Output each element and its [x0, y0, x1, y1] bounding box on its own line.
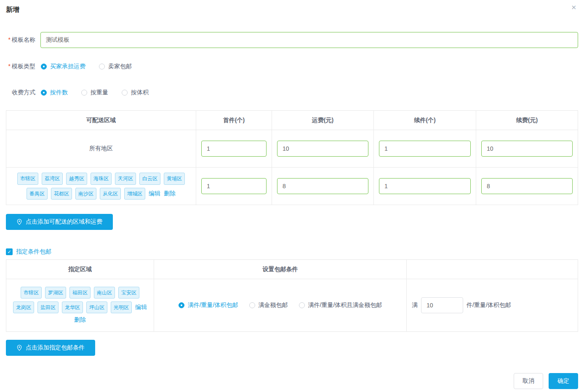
radio-buyer-pays-shipping[interactable]: 买家承担运费	[41, 63, 85, 70]
region-tag[interactable]: 龙华区	[62, 301, 83, 313]
free-shipping-condition-table: 指定区域 设置包邮条件 市辖区罗湖区福田区南山区宝安区龙岗区盐田区龙华区坪山区光…	[6, 259, 578, 332]
charge-method-row: 收费方式 按件数 按重量 按体积	[6, 89, 578, 96]
shipping-fee-input[interactable]	[277, 178, 368, 194]
additional-fee-input[interactable]	[481, 178, 573, 194]
add-template-dialog: 新增 ✕ *模板名称 *模板类型 买家承担运费 卖家包邮 收费方式 按件数	[0, 0, 584, 392]
add-free-shipping-condition-button[interactable]: 点击添加指定包邮条件	[6, 340, 95, 356]
radio-icon	[99, 64, 105, 69]
radio-amount-free[interactable]: 满金额包邮	[249, 301, 288, 309]
table-row: 所有地区	[6, 130, 578, 167]
location-pin-icon	[16, 219, 22, 225]
edit-link[interactable]: 编辑	[135, 304, 147, 311]
region-tag[interactable]: 黄埔区	[164, 173, 185, 184]
radio-icon	[179, 302, 184, 308]
radio-icon	[249, 302, 255, 308]
threshold-cell: 满 件/重量/体积包邮	[407, 279, 578, 331]
shipping-fee-input[interactable]	[277, 141, 368, 157]
region-tag[interactable]: 越秀区	[66, 173, 87, 184]
region-tag[interactable]: 增城区	[124, 188, 145, 200]
additional-qty-input[interactable]	[379, 141, 471, 157]
radio-seller-free-shipping[interactable]: 卖家包邮	[99, 63, 132, 70]
radio-by-weight[interactable]: 按重量	[81, 89, 108, 96]
col-header-first-qty: 首件(个)	[196, 111, 272, 130]
region-tag[interactable]: 坪山区	[86, 301, 107, 313]
region-tag[interactable]: 龙岗区	[13, 301, 34, 313]
region-tag[interactable]: 白云区	[139, 173, 160, 184]
region-tag[interactable]: 罗湖区	[45, 287, 66, 299]
region-tag[interactable]: 南山区	[94, 287, 115, 299]
col-header-condition: 设置包邮条件	[154, 260, 407, 279]
template-name-row: *模板名称	[6, 32, 578, 48]
region-tag[interactable]: 市辖区	[21, 287, 42, 299]
region-tag[interactable]: 从化区	[100, 188, 121, 200]
conditional-free-shipping-checkbox[interactable]: ✓ 指定条件包邮	[6, 248, 51, 256]
dialog-header: 新增 ✕	[6, 0, 578, 14]
region-tag[interactable]: 海珠区	[91, 173, 112, 184]
table-row: 市辖区罗湖区福田区南山区宝安区龙岗区盐田区龙华区坪山区光明区 编辑 删除 满件/…	[6, 279, 578, 331]
dialog-title: 新增	[6, 5, 19, 14]
col-header-additional-qty: 续件(个)	[374, 111, 476, 130]
region-all-label: 所有地区	[89, 145, 113, 152]
template-type-row: *模板类型 买家承担运费 卖家包邮	[6, 63, 578, 70]
col-header-specified-region: 指定区域	[6, 260, 154, 279]
region-tag[interactable]: 宝安区	[118, 287, 139, 299]
template-name-input[interactable]	[40, 32, 578, 48]
additional-fee-input[interactable]	[481, 141, 573, 157]
threshold-suffix-label: 件/重量/体积包邮	[467, 301, 511, 309]
region-tag[interactable]: 花都区	[51, 188, 72, 200]
close-icon[interactable]: ✕	[571, 4, 576, 11]
checkbox-icon: ✓	[6, 248, 13, 255]
region-tag[interactable]: 番禺区	[27, 188, 48, 200]
radio-icon	[299, 302, 305, 308]
region-tag[interactable]: 盐田区	[37, 301, 59, 313]
col-header-shipping-fee: 运费(元)	[272, 111, 374, 130]
first-qty-input[interactable]	[201, 178, 267, 194]
delete-link[interactable]: 删除	[74, 316, 86, 324]
location-pin-icon	[16, 344, 22, 351]
radio-icon	[41, 90, 47, 96]
confirm-button[interactable]: 确定	[549, 373, 578, 389]
first-qty-input[interactable]	[201, 141, 267, 157]
col-header-region: 可配送区域	[6, 111, 196, 130]
radio-icon	[81, 90, 87, 96]
required-asterisk: *	[8, 36, 11, 43]
additional-qty-input[interactable]	[379, 178, 471, 194]
required-asterisk: *	[8, 63, 11, 69]
col-header-empty	[407, 260, 578, 279]
radio-icon	[41, 64, 47, 69]
radio-by-piece[interactable]: 按件数	[41, 89, 68, 96]
charge-method-radio-group: 按件数 按重量 按体积	[41, 89, 162, 96]
threshold-prefix-label: 满	[412, 301, 418, 309]
template-type-radio-group: 买家承担运费 卖家包邮	[41, 63, 145, 70]
condition-radio-group: 满件/重量/体积包邮 满金额包邮 满件/重量/体积且满金额包邮	[154, 279, 407, 331]
region-tag[interactable]: 荔湾区	[42, 173, 63, 184]
table-row: 市辖区荔湾区越秀区海珠区天河区白云区黄埔区番禺区花都区南沙区从化区增城区 编辑 …	[6, 167, 578, 205]
region-tag[interactable]: 南沙区	[75, 188, 96, 200]
charge-method-label: 收费方式	[6, 89, 35, 96]
shipping-rate-table: 可配送区域 首件(个) 运费(元) 续件(个) 续费(元) 所有地区 市辖区荔湾…	[6, 110, 578, 205]
dialog-footer: 取消 确定	[514, 373, 578, 389]
region-tag[interactable]: 市辖区	[17, 173, 38, 184]
table-header-row: 指定区域 设置包邮条件	[6, 260, 578, 279]
threshold-value-input[interactable]	[421, 297, 463, 313]
radio-qty-weight-volume-free[interactable]: 满件/重量/体积包邮	[179, 301, 238, 309]
region-tag[interactable]: 福田区	[69, 287, 91, 299]
region-tag[interactable]: 光明区	[111, 301, 132, 313]
delete-link[interactable]: 删除	[164, 190, 176, 197]
template-type-label: *模板类型	[6, 63, 35, 70]
template-name-label: *模板名称	[6, 36, 35, 44]
edit-link[interactable]: 编辑	[149, 190, 160, 197]
radio-icon	[122, 90, 128, 96]
radio-qty-and-amount-free[interactable]: 满件/重量/体积且满金额包邮	[299, 301, 382, 309]
table-header-row: 可配送区域 首件(个) 运费(元) 续件(个) 续费(元)	[6, 111, 578, 130]
radio-by-volume[interactable]: 按体积	[122, 89, 149, 96]
region-tag[interactable]: 天河区	[115, 173, 136, 184]
col-header-additional-fee: 续费(元)	[476, 111, 578, 130]
cancel-button[interactable]: 取消	[514, 373, 543, 389]
add-region-fee-button[interactable]: 点击添加可配送的区域和运费	[6, 214, 113, 230]
